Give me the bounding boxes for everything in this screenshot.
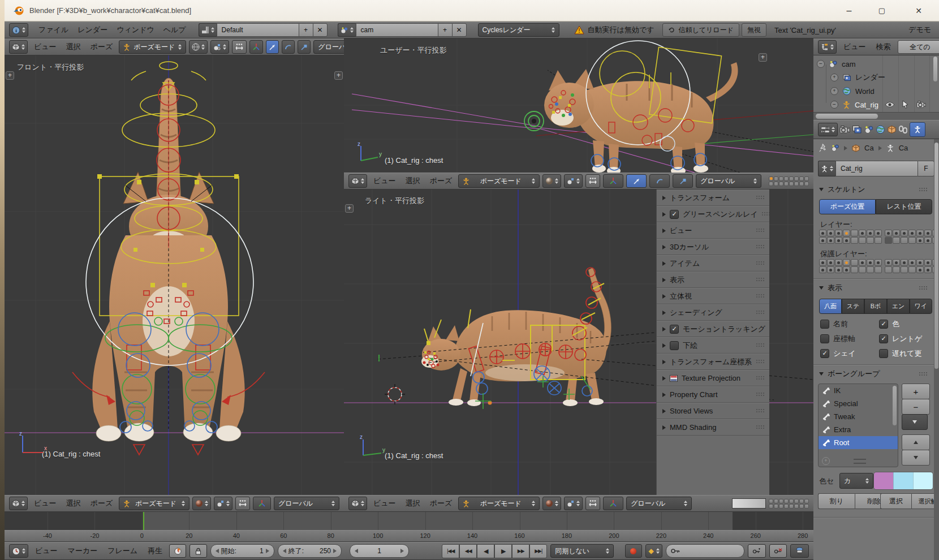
reload-trusted-button[interactable]: 信頼してリロード bbox=[662, 23, 739, 37]
viewport-layers-widget[interactable] bbox=[769, 499, 809, 509]
layer-toggle[interactable] bbox=[819, 230, 826, 236]
insert-keyframe-button[interactable] bbox=[748, 544, 766, 558]
panel-grease-pencil[interactable]: ✓グリースペンシルレイ bbox=[657, 206, 769, 222]
lock-button[interactable] bbox=[189, 544, 206, 558]
manipulator-translate-button[interactable] bbox=[266, 40, 279, 54]
assign-button[interactable]: 割り bbox=[818, 493, 855, 509]
scene-icon-button[interactable] bbox=[338, 23, 356, 37]
orientation-select[interactable]: グローバル bbox=[274, 497, 339, 510]
manipulator-scale-button[interactable] bbox=[673, 174, 693, 188]
layer-toggle[interactable] bbox=[827, 266, 834, 273]
keying-set-select[interactable]: ◆ bbox=[645, 544, 662, 558]
layer-toggle[interactable] bbox=[799, 182, 804, 186]
render-name[interactable]: レンダー bbox=[855, 72, 885, 83]
record-button[interactable] bbox=[625, 544, 643, 558]
layer-toggle[interactable] bbox=[835, 266, 842, 273]
bone-group-remove-button[interactable]: − bbox=[902, 399, 930, 415]
orientation-select[interactable]: グローバル bbox=[696, 174, 761, 188]
add-scene-button[interactable]: + bbox=[438, 23, 452, 37]
snap-toggle-button[interactable] bbox=[232, 40, 247, 54]
layer-toggle[interactable] bbox=[835, 259, 842, 266]
bone-group-special[interactable]: Special bbox=[819, 397, 898, 410]
rest-position-button[interactable]: レスト位置 bbox=[876, 199, 932, 214]
layer-toggle[interactable] bbox=[784, 499, 789, 503]
panel-grip[interactable] bbox=[756, 229, 765, 232]
color-swatch-strip[interactable] bbox=[732, 498, 766, 509]
outliner-row-armature[interactable]: − Cat_rig bbox=[830, 98, 878, 111]
layer-toggle[interactable] bbox=[867, 237, 874, 244]
editor-type-outliner-button[interactable] bbox=[818, 40, 837, 54]
outliner-filter-select[interactable]: 全ての bbox=[898, 40, 939, 54]
panel-grip[interactable] bbox=[919, 188, 928, 192]
frame-start-field[interactable]: 開始: 1 bbox=[210, 544, 274, 558]
layer-toggle[interactable] bbox=[799, 504, 804, 509]
outliner-row-world[interactable]: + World bbox=[830, 85, 875, 97]
layer-toggle[interactable] bbox=[859, 237, 866, 244]
check-shapes[interactable]: ✓シェイ bbox=[820, 348, 856, 359]
layer-toggle[interactable] bbox=[774, 499, 778, 503]
layer-toggle[interactable] bbox=[769, 504, 773, 509]
layer-toggle[interactable] bbox=[843, 237, 850, 244]
fake-user-button[interactable]: F bbox=[918, 161, 934, 176]
check-axes[interactable]: 座標軸 bbox=[820, 334, 855, 344]
layer-toggle[interactable] bbox=[893, 259, 900, 266]
skeleton-panel-header[interactable]: スケルトン bbox=[819, 184, 932, 195]
bone-group-ik[interactable]: IK bbox=[819, 384, 898, 397]
menu-pose[interactable]: ポーズ bbox=[87, 42, 117, 52]
filter-plus-icon[interactable]: + bbox=[822, 457, 830, 465]
layer-toggle[interactable] bbox=[789, 176, 794, 181]
panel-grip[interactable] bbox=[756, 409, 765, 413]
panel-grip[interactable] bbox=[756, 360, 765, 364]
tab-render-layers-icon[interactable] bbox=[852, 125, 862, 134]
menu-pose[interactable]: ポーズ bbox=[87, 498, 117, 509]
mode-select[interactable]: ポーズモード bbox=[458, 497, 540, 510]
layer-toggle[interactable] bbox=[804, 499, 809, 503]
panel-transform[interactable]: トランスフォーム bbox=[657, 189, 769, 206]
scene-name[interactable]: cam bbox=[356, 23, 438, 37]
layer-toggle[interactable] bbox=[859, 259, 866, 266]
manipulator-axis-button[interactable] bbox=[253, 497, 271, 510]
layer-toggle[interactable] bbox=[794, 176, 799, 181]
bone-shape-envelope[interactable]: エン bbox=[887, 299, 910, 314]
layer-toggle[interactable] bbox=[835, 237, 842, 244]
bone-group-specials-menu[interactable] bbox=[902, 414, 928, 430]
timeline-band[interactable] bbox=[5, 512, 813, 530]
layer-toggle[interactable] bbox=[916, 259, 924, 266]
bone-group-add-button[interactable]: + bbox=[902, 384, 930, 399]
bone-shape-bbone[interactable]: Bボ bbox=[864, 299, 887, 314]
panel-background-image[interactable]: 下絵 bbox=[657, 337, 769, 354]
add-layout-button[interactable]: + bbox=[299, 23, 313, 37]
world-name[interactable]: World bbox=[855, 87, 875, 96]
user-viewport-canvas[interactable]: ユーザー・平行投影 (1) Cat_rig : chest z y + bbox=[344, 38, 813, 173]
outliner-vscrollbar[interactable] bbox=[933, 57, 937, 81]
manipulator-rotate-button[interactable] bbox=[649, 174, 670, 188]
user-npanel-expand-handle[interactable]: + bbox=[759, 53, 767, 62]
menu-render[interactable]: レンダー bbox=[74, 25, 111, 35]
layer-toggle[interactable] bbox=[835, 230, 842, 236]
panel-property-chart[interactable]: Property Chart bbox=[657, 386, 769, 403]
layer-toggle[interactable] bbox=[779, 504, 783, 509]
front-viewport-canvas[interactable]: フロント・平行投影 (1) Cat_rig : chest z x + + bbox=[5, 55, 344, 495]
timeline-menu-marker[interactable]: マーカー bbox=[64, 546, 101, 556]
pose-position-button[interactable]: ポーズ位置 bbox=[819, 199, 876, 214]
renderability-camera-icon[interactable] bbox=[916, 101, 926, 108]
panel-3d-cursor[interactable]: 3Dカーソル bbox=[657, 239, 769, 255]
panel-grip[interactable] bbox=[919, 372, 928, 376]
screen-layout-name[interactable]: Default bbox=[217, 23, 299, 37]
snap-toggle-button[interactable] bbox=[585, 497, 600, 510]
color-set-select[interactable]: カ bbox=[839, 473, 873, 489]
manipulator-axis-button[interactable] bbox=[603, 497, 623, 510]
tab-object-icon[interactable] bbox=[887, 125, 897, 134]
side-toolbar-expand-handle[interactable]: + bbox=[345, 204, 354, 213]
tab-armature-data-active[interactable] bbox=[910, 122, 925, 137]
menu-select[interactable]: 選択 bbox=[402, 498, 424, 509]
layer-toggle[interactable] bbox=[851, 230, 858, 236]
layer-toggle[interactable] bbox=[784, 504, 789, 509]
checkbox-checked[interactable]: ✓ bbox=[670, 210, 679, 219]
check-delay-refresh[interactable]: 遅れて更 bbox=[879, 348, 922, 359]
layer-toggle[interactable] bbox=[789, 182, 794, 186]
next-keyframe-button[interactable]: ▶▶ bbox=[512, 544, 529, 558]
layer-toggle[interactable] bbox=[827, 230, 834, 236]
layer-toggle[interactable] bbox=[901, 237, 908, 244]
manipulator-scale-button[interactable] bbox=[298, 40, 311, 54]
